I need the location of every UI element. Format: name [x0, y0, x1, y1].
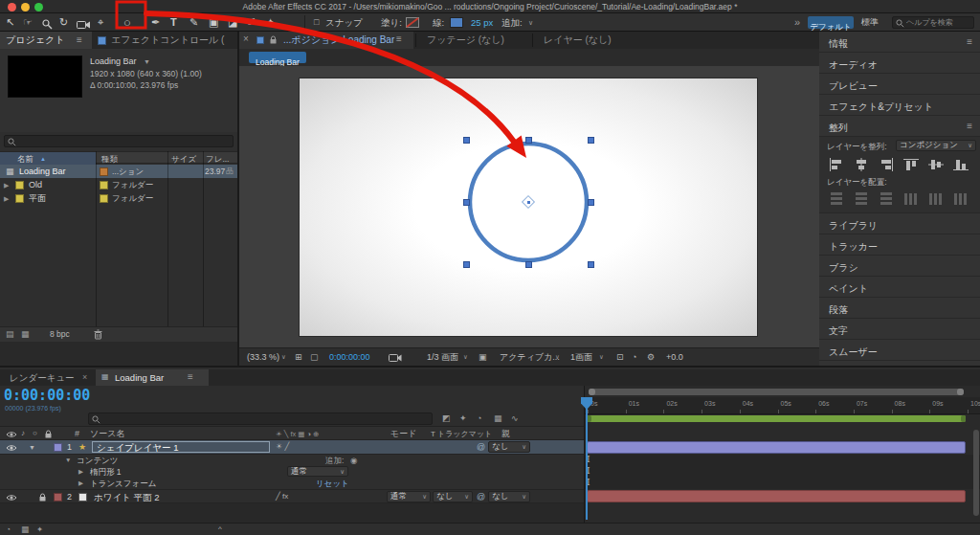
timeline-search-field[interactable]	[88, 412, 433, 425]
navigator-left-handle[interactable]	[589, 389, 595, 395]
panel-brushes[interactable]: ブラシ	[819, 256, 980, 277]
twirl-closed-icon[interactable]: ▶	[4, 195, 9, 202]
panel-smoother[interactable]: スムーザー	[819, 340, 980, 361]
twirl-open-icon[interactable]: ▼	[29, 444, 35, 451]
panel-tracker[interactable]: トラッカー	[819, 234, 980, 256]
align-target-dropdown[interactable]: コンポジション ∨	[896, 140, 976, 151]
brush-tool-icon[interactable]: ✎	[189, 16, 198, 29]
selection-handle-w[interactable]	[463, 199, 470, 206]
panel-menu-icon[interactable]: ≡	[188, 372, 193, 382]
lock-icon[interactable]	[38, 493, 47, 502]
source-name-column-label[interactable]: ソース名	[90, 430, 124, 438]
align-right-icon[interactable]	[879, 158, 894, 171]
panel-effects-presets[interactable]: エフェクト&プリセット	[819, 95, 980, 116]
twirl-closed-icon[interactable]: ▶	[78, 480, 83, 487]
resolution-chevron-icon[interactable]: ∨	[463, 354, 468, 361]
new-folder-icon[interactable]: ▦	[21, 330, 30, 339]
selected-item-name[interactable]: Loading Bar	[90, 57, 137, 66]
view-camera-chevron-icon[interactable]: ∨	[555, 354, 560, 361]
layer-row-1[interactable]: ▼ 1 ★ シェイプレイヤー 1 ☀ ╱ @ なし ∨	[0, 440, 584, 455]
layer-switches[interactable]: ╱ fx	[276, 493, 288, 501]
shy-layers-icon[interactable]: ◩	[442, 414, 451, 423]
selection-handle-sw[interactable]	[463, 261, 470, 268]
timeline-vertical-scrollbar[interactable]	[973, 430, 979, 516]
track-matte-dropdown[interactable]: なし ∨	[433, 491, 473, 502]
layer-row-2[interactable]: 2 ホワイト 平面 2 ╱ fx 通常 ∨ なし ∨ @ なし ∨	[0, 489, 584, 503]
trkmat-column-label[interactable]: T トラックマット	[431, 431, 492, 438]
transform-property-row[interactable]: ▶ トランスフォーム リセット	[0, 478, 584, 489]
comp-viewer[interactable]	[239, 66, 819, 347]
snapshot-camera-icon[interactable]	[389, 353, 402, 363]
contents-property-row[interactable]: ▼ コンテンツ 追加: ◉	[0, 455, 584, 466]
project-search-input[interactable]	[18, 137, 229, 145]
current-time-display[interactable]: 0:00:00:00	[329, 353, 370, 362]
tab-composition-label[interactable]: ...ポジション Loading Bar	[283, 35, 394, 45]
item-name-twirl-icon[interactable]: ▼	[144, 58, 150, 65]
magnification-chevron-icon[interactable]: ∨	[281, 354, 286, 361]
layer-name[interactable]: ホワイト 平面 2	[94, 493, 159, 502]
settings-gear-icon[interactable]: ⚙	[647, 353, 655, 362]
help-search-field[interactable]	[892, 16, 974, 29]
comp-thumbnail[interactable]	[8, 56, 82, 98]
puppet-pin-tool-icon[interactable]: ✦	[266, 16, 275, 29]
twirl-closed-icon[interactable]: ▶	[4, 182, 9, 189]
tab-comp-timeline[interactable]: ▦ Loading Bar ≡	[96, 369, 209, 386]
column-fps-label[interactable]: フレ...	[206, 155, 229, 164]
fill-swatch[interactable]	[406, 17, 419, 28]
selection-handle-s[interactable]	[525, 261, 532, 268]
parent-column-label[interactable]: 親	[501, 430, 510, 438]
label-color-chip[interactable]	[100, 181, 108, 189]
project-search-field[interactable]	[4, 135, 234, 147]
view-layout-chevron-icon[interactable]: ∨	[599, 354, 604, 361]
timeline-zoom-navigator[interactable]	[589, 389, 964, 395]
rotation-tool-icon[interactable]: ↻	[59, 16, 68, 29]
add-chevron-icon[interactable]: ∨	[528, 19, 533, 26]
panel-character[interactable]: 文字	[819, 319, 980, 340]
mode-column-label[interactable]: モード	[390, 430, 416, 438]
view-camera-value[interactable]: アクティブカ...	[500, 353, 560, 362]
view-layout-value[interactable]: 1画面	[570, 353, 592, 362]
eraser-tool-icon[interactable]: ◪	[228, 16, 237, 29]
resolution-value[interactable]: 1/3 画面	[427, 353, 458, 362]
toggle-transfer-controls-icon[interactable]: ◔	[6, 525, 11, 534]
workspace-default-button[interactable]: デフォルト	[808, 16, 854, 29]
lock-icon[interactable]	[269, 35, 278, 45]
pan-behind-tool-icon[interactable]: ⌖	[98, 16, 103, 29]
selection-handle-e[interactable]	[588, 199, 594, 206]
panel-audio[interactable]: オーディオ	[819, 53, 980, 74]
draft-3d-icon[interactable]: ∿	[511, 414, 519, 423]
safe-guides-icon[interactable]: ⊞	[295, 353, 302, 362]
panel-menu-icon[interactable]: ≡	[967, 36, 972, 47]
label-color-chip[interactable]	[100, 167, 108, 176]
pixel-aspect-icon[interactable]: ⊡	[616, 353, 624, 362]
eye-icon[interactable]	[6, 494, 17, 502]
stroke-width-value[interactable]: 25 px	[471, 18, 493, 28]
selection-handle-nw[interactable]	[463, 137, 470, 144]
stroke-swatch[interactable]	[450, 17, 463, 28]
hand-tool-icon[interactable]: ☞	[23, 16, 33, 29]
interpret-footage-icon[interactable]: ▤	[6, 330, 14, 339]
region-of-interest-icon[interactable]: ▣	[479, 353, 487, 362]
panel-paint[interactable]: ペイント	[819, 277, 980, 298]
workspace-standard-button[interactable]: 標準	[861, 18, 879, 27]
tab-effect-controls[interactable]: エフェクトコントロール (	[111, 35, 224, 45]
layer1-duration-bar[interactable]	[587, 441, 966, 454]
parent-dropdown[interactable]: なし ∨	[488, 491, 530, 502]
add-property-icon[interactable]: ◉	[350, 457, 357, 465]
label-color-chip[interactable]	[100, 194, 108, 203]
roto-brush-tool-icon[interactable]: ✐	[247, 16, 256, 29]
help-search-input[interactable]	[906, 18, 971, 27]
column-name-header[interactable]: 名前 ▲	[0, 152, 96, 165]
align-top-icon[interactable]	[903, 158, 919, 171]
column-type-label[interactable]: 種類	[101, 155, 118, 164]
mask-visibility-icon[interactable]: ▢	[310, 353, 319, 362]
work-area-right-cap[interactable]	[961, 415, 966, 422]
viewer-menu-icon[interactable]: ≡	[396, 34, 402, 44]
timeline-current-time[interactable]: 0:00:00:00	[4, 389, 90, 403]
tab-layers-label[interactable]: レイヤー (なし)	[544, 35, 612, 45]
panel-preview[interactable]: プレビュー	[819, 74, 980, 95]
toggle-layer-switches-icon[interactable]: ▦	[21, 525, 29, 534]
parent-pickwhip-icon[interactable]: @	[477, 493, 485, 502]
trash-icon[interactable]	[94, 329, 102, 340]
fast-preview-icon[interactable]: ◔	[632, 353, 636, 362]
